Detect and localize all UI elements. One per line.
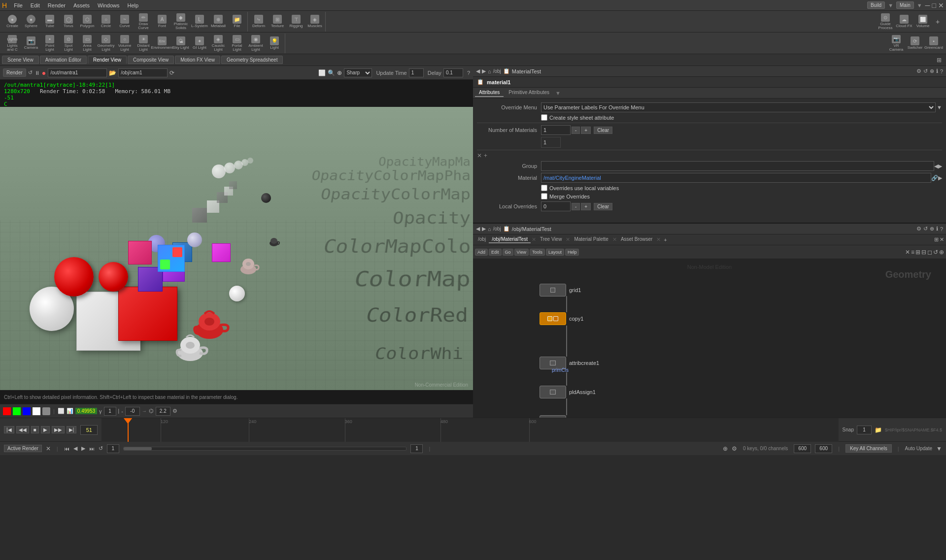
play-icon[interactable]: ▶ [81, 445, 85, 452]
histogram-icon[interactable]: 📊 [67, 408, 73, 414]
gamma-input[interactable] [156, 407, 170, 416]
maximize-btn[interactable]: □ [932, 1, 936, 9]
net-home-icon[interactable]: ⌂ [488, 226, 491, 232]
tool-torus[interactable]: ◯ Torus [60, 13, 77, 31]
num-materials-inc[interactable]: + [581, 127, 591, 134]
close-row-btn[interactable]: ✕ [477, 152, 482, 159]
net-edit-btn[interactable]: Edit [489, 249, 502, 256]
num-materials-dec[interactable]: - [572, 127, 580, 134]
tab-composite-view[interactable]: Composite View [128, 56, 174, 64]
node-python1[interactable]: 🐍 python1 [540, 415, 588, 418]
net-help-icon[interactable]: ? [940, 226, 943, 232]
tool-lsystem[interactable]: L L-System [191, 13, 208, 31]
tab-attributes[interactable]: Attributes [475, 89, 504, 97]
tool-rigging[interactable]: ⊤ Rigging [287, 13, 305, 31]
loop-icon[interactable]: ↺ [99, 445, 103, 452]
net-gear-icon[interactable]: ⚙ [916, 226, 921, 232]
overrides-local-checkbox[interactable] [541, 185, 547, 191]
net-zoom-in-icon[interactable]: ⊕ [939, 249, 944, 256]
gamma-icon2[interactable]: ⌬ [149, 408, 154, 414]
tab-primitive[interactable]: Primitive Attributes [505, 89, 553, 97]
zoom-icon[interactable]: ⊕ [337, 69, 342, 76]
tool-create[interactable]: ● Create [3, 13, 21, 31]
color-red[interactable] [3, 407, 11, 415]
net-icon-3[interactable]: ⊞ [915, 249, 920, 256]
stop-icon[interactable]: ● [42, 69, 46, 77]
tool-cloud-fx[interactable]: ☁ Cloud FX [895, 13, 913, 31]
material-input[interactable]: /mat/CityEngineMaterial [541, 173, 931, 183]
tool-curve[interactable]: ~ Curve [116, 13, 134, 31]
merge-overrides-checkbox[interactable] [541, 193, 547, 199]
tool-font[interactable]: A Font [153, 13, 171, 31]
net-zoom-icon[interactable]: ⊕ [930, 226, 934, 232]
tool-platonic[interactable]: ◆ Platonic Solids [172, 13, 190, 31]
num-materials-input[interactable] [541, 125, 571, 135]
gamma-icon[interactable]: γ [99, 408, 102, 414]
snap-file-icon[interactable]: 📁 [875, 427, 882, 433]
tool-guide-process[interactable]: ⊙ Guide Process [877, 13, 894, 31]
fps-input2[interactable] [815, 444, 832, 453]
net-icon-1[interactable]: ✕ [905, 249, 910, 256]
current-frame-input[interactable] [80, 425, 98, 435]
build-selector[interactable]: Build [867, 1, 885, 9]
tab-scene-view[interactable]: Scene View [2, 56, 39, 64]
tab-treeview[interactable]: Tree View [537, 236, 565, 243]
local-dec-btn[interactable]: - [572, 203, 580, 210]
tool-muscles[interactable]: ◈ Muscles [306, 13, 324, 31]
tab-geometry-spreadsheet[interactable]: Geometry Spreadsheet [221, 56, 283, 64]
active-render-close[interactable]: ✕ [46, 445, 51, 452]
menu-item-render[interactable]: Render [44, 1, 69, 9]
net-layout-btn[interactable]: Layout [546, 249, 564, 256]
camera-path-input[interactable] [118, 68, 168, 77]
snap-input[interactable] [857, 426, 872, 434]
tool-point-light[interactable]: • Point Light [41, 34, 59, 52]
auto-update-icon[interactable]: ▼ [936, 445, 942, 452]
net-add-btn[interactable]: Add [475, 249, 488, 256]
net-info-icon[interactable]: ℹ [936, 226, 938, 232]
active-render-btn[interactable]: Active Render [4, 445, 42, 452]
help-icon2[interactable]: ? [940, 68, 943, 74]
timeline-play-btn[interactable]: ▶ [41, 426, 50, 433]
tool-geometry-light[interactable]: ◇ Geometry Light [97, 34, 115, 52]
net-icon-2[interactable]: ≡ [911, 249, 914, 256]
timeline-track[interactable]: 120 240 360 480 600 [101, 418, 838, 442]
net-icon-5[interactable]: ◻ [927, 249, 932, 256]
tool-portal-light[interactable]: ▭ Portal Light [228, 34, 246, 52]
menu-item-help[interactable]: Help [124, 1, 143, 9]
net-back-btn[interactable]: ◀ [476, 226, 480, 232]
gamma-display[interactable]: 0.49953 [75, 408, 97, 414]
node-grid1[interactable]: grid1 [540, 284, 581, 296]
ff-icon[interactable]: ⏭ [89, 446, 95, 452]
tab-render-view[interactable]: Render View [88, 56, 127, 64]
menu-item-assets[interactable]: Assets [69, 1, 94, 9]
fps-input[interactable] [794, 444, 811, 453]
net-icon-4[interactable]: ⊟ [921, 249, 926, 256]
tab-asset-browser[interactable]: Asset Browser [618, 236, 655, 243]
back-btn[interactable]: ◀ [476, 68, 480, 74]
gear-icon[interactable]: ⚙ [916, 68, 921, 74]
main-selector[interactable]: Main [896, 1, 914, 9]
material-browse-icon[interactable]: ▶ [938, 175, 942, 181]
tab-motion-fx[interactable]: Motion FX View [175, 56, 220, 64]
timeline-end-btn[interactable]: ▶| [67, 426, 77, 433]
refresh-icon[interactable]: ↺ [923, 68, 928, 74]
network-canvas[interactable]: Geometry Non-Model Edition [473, 259, 946, 418]
update-time-input[interactable] [409, 68, 424, 77]
tool-file[interactable]: 📁 File [228, 13, 246, 31]
menu-item-windows[interactable]: Windows [94, 1, 124, 9]
tool-camera[interactable]: 📷 Camera [22, 34, 40, 52]
tool-modify[interactable]: ⤷ Deform [250, 13, 268, 31]
override-menu-select[interactable]: Use Parameter Labels For Override Menu [541, 102, 936, 112]
viewport-3d[interactable]: ColorWhi ColorRed ColorMap ColorMapColo … [0, 107, 473, 390]
output-path-input[interactable] [48, 68, 107, 77]
minimize-btn[interactable]: ─ [925, 1, 930, 9]
group-input[interactable] [541, 161, 934, 171]
settings-icon[interactable]: ⚙ [172, 408, 177, 414]
tool-volume[interactable]: ⬜ Volume [914, 13, 932, 31]
net-close-btn[interactable]: ✕ [940, 236, 944, 243]
color-white[interactable] [33, 407, 40, 415]
offset-input[interactable] [125, 407, 140, 416]
color-correct-icon[interactable]: ⬜ [318, 69, 326, 76]
tool-area-light[interactable]: ▭ Area Light [78, 34, 96, 52]
color-blue[interactable] [23, 407, 31, 415]
